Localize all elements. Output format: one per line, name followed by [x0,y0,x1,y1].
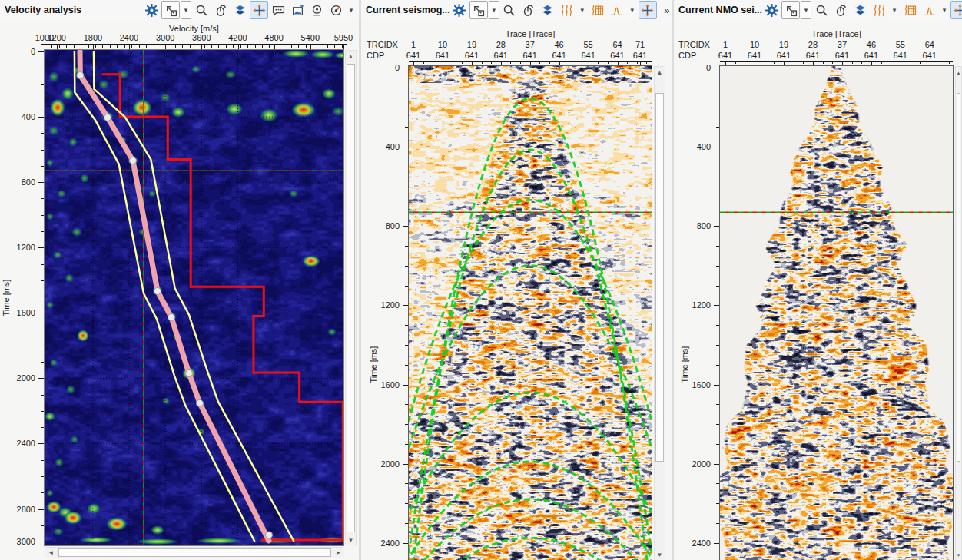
trcidx-label: 64 [606,40,629,49]
select-expand-button[interactable] [469,1,488,19]
crosshair-move-button[interactable] [950,1,962,19]
trace-table-button[interactable] [901,1,919,19]
y-tick [403,147,409,147]
x-minor-tick [81,45,81,48]
x-minor-tick [298,45,299,48]
settings-gear-button[interactable] [762,1,781,19]
trace-minor-tick [520,61,521,64]
seismogram-traces-canvas[interactable] [409,66,652,560]
y-tick [41,297,44,297]
x-minor-tick [59,45,60,48]
seismogram-vertical-scrollbar[interactable]: ▲▼ [654,66,665,560]
crosshair-move-icon [954,4,962,17]
cdp-label: 641 [548,51,571,60]
trace-table-icon [904,4,917,17]
cdp-label: 641 [831,51,854,60]
trcidx-label: 19 [460,40,483,49]
nmo-traces-canvas[interactable] [720,66,953,560]
wiggle-traces-button[interactable] [558,1,576,19]
x-minor-tick [117,45,118,48]
trace-minor-tick [765,61,765,64]
velocity-vertical-scrollbar-up-button[interactable]: ▲ [346,51,356,62]
seismogram-vertical-scrollbar-down-button[interactable]: ▼ [655,549,665,560]
velocity-horizontal-scrollbar-right-button[interactable]: ► [333,548,344,558]
x-minor-tick [197,45,197,48]
trace-table-button[interactable] [589,1,607,19]
y-tick-label: 2800 [3,505,35,514]
select-expand-button[interactable] [781,1,800,19]
y-tick [38,117,44,118]
amplitude-curve-button[interactable] [920,1,938,19]
layers-button[interactable] [231,1,249,19]
settings-gear-button[interactable] [450,1,469,19]
comment-button[interactable] [269,1,287,19]
x-tick-label: 3600 [186,33,217,42]
velocity-horizontal-scrollbar[interactable]: ◄► [45,547,343,558]
zoom-magnifier-button[interactable] [192,1,211,19]
y-tick [41,395,44,396]
select-expand-icon [785,4,798,17]
wiggle-traces-dropdown-button[interactable]: ▾ [889,1,900,19]
x-minor-tick [161,45,161,48]
select-expand-dropdown-button[interactable]: ▾ [489,1,499,19]
velocity-semblance-canvas[interactable] [45,50,343,545]
velocity-horizontal-scrollbar-left-button[interactable]: ◄ [45,548,57,558]
nmo-vertical-scrollbar-down-button[interactable]: ▼ [956,549,961,560]
x-minor-tick [233,45,234,48]
wiggle-traces-dropdown-button[interactable]: ▾ [577,1,588,19]
velocity-vertical-scrollbar-down-button[interactable]: ▼ [346,535,356,546]
zoom-magnifier-button[interactable] [812,1,831,19]
trace-minor-tick [637,61,638,64]
amplitude-curve-button[interactable] [608,1,626,19]
select-expand-dropdown-button[interactable]: ▾ [181,1,191,19]
crosshair-move-button[interactable] [639,1,657,19]
x-minor-tick [88,45,89,48]
layers-icon [541,4,554,17]
compass-button[interactable] [327,1,345,19]
seismogram-vertical-scrollbar-up-button[interactable]: ▲ [655,67,665,78]
y-tick-label: 400 [678,142,711,151]
overflow-chevron-button[interactable]: » [658,1,672,19]
y-tick [41,198,44,199]
velocity-vertical-scrollbar-thumb[interactable] [347,64,355,532]
mouse-pick-button[interactable] [211,1,230,19]
y-tick [41,166,44,167]
nmo-vertical-scrollbar-thumb[interactable] [957,93,960,462]
select-expand-dropdown-button[interactable]: ▾ [801,1,811,19]
velocity-panel-header: Velocity analysis ▾▾ [0,0,359,20]
x-minor-tick [95,45,96,48]
zoom-magnifier-button[interactable] [500,1,519,19]
x-minor-tick [146,45,147,48]
trace-minor-tick [433,61,433,64]
zoom-region-button[interactable] [307,1,326,19]
y-tick [41,215,44,216]
y-tick [403,305,409,306]
trace-minor-tick [598,61,599,64]
layers-button[interactable] [539,1,557,19]
cdp-label: 641 [402,51,425,60]
amplitude-curve-icon [610,4,623,17]
nmo-vertical-scrollbar[interactable]: ▲▼ [955,66,962,560]
select-expand-button[interactable] [161,1,180,19]
wiggle-traces-button[interactable] [870,1,888,19]
velocity-horizontal-scrollbar-thumb[interactable] [58,548,331,557]
layers-button[interactable] [851,1,869,19]
cdp-label: 641 [743,51,766,60]
mouse-pick-button[interactable] [831,1,850,19]
amplitude-curve-dropdown-button[interactable]: ▾ [627,1,638,19]
crosshair-move-button[interactable] [250,1,268,19]
trace-table-icon [591,4,604,17]
cdp-label: 641 [772,51,795,60]
compass-dropdown-button[interactable]: ▾ [346,1,357,19]
mouse-pick-icon [834,4,848,17]
velocity-vertical-scrollbar[interactable]: ▲▼ [345,50,357,545]
mouse-pick-button[interactable] [519,1,538,19]
image-export-button[interactable] [288,1,307,19]
zoom-magnifier-icon [815,4,828,17]
amplitude-curve-dropdown-button[interactable]: ▾ [939,1,950,19]
x-minor-tick [342,45,343,48]
current-nmo-seismogram-panel: Current NMO sei... ▾▾▾ Trace [Trace] TRC… [674,0,962,560]
seismogram-vertical-scrollbar-thumb[interactable] [655,93,664,462]
nmo-vertical-scrollbar-up-button[interactable]: ▲ [956,67,961,78]
settings-gear-button[interactable] [142,1,161,19]
